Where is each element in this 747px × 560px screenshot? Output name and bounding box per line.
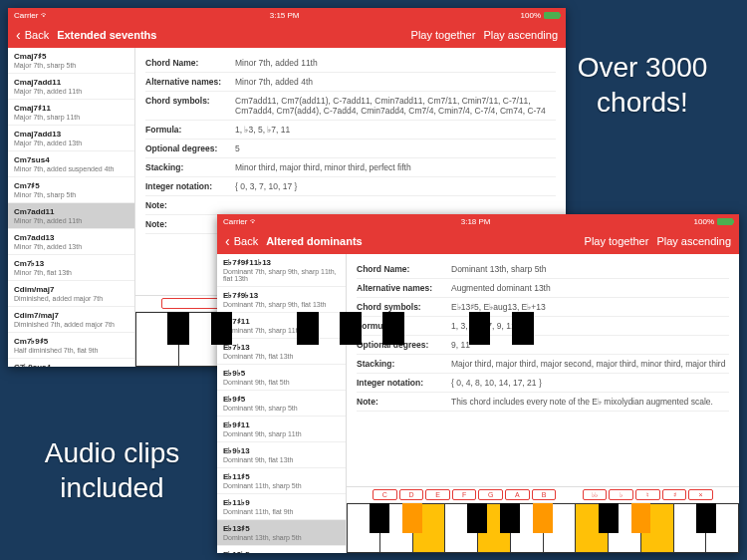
back-button[interactable]: ‹Back [16, 28, 49, 42]
detail-value: 9, 11 [451, 340, 729, 350]
list-item[interactable]: Cm7♭9♯5Half diminished 7th, flat 9th [8, 333, 134, 359]
detail-value: Cm7add11, Cm7(add11), C-7add11, Cmin7add… [235, 96, 556, 116]
chord-desc: Minor 7th, added 11th [14, 217, 128, 224]
list-item[interactable]: Cmaj7♯11Major 7th, sharp 11th [8, 100, 134, 126]
note-button[interactable]: D [399, 489, 424, 500]
note-button[interactable]: B [532, 489, 557, 500]
chord-symbol: E♭7♯9♯11♭13 [223, 258, 340, 267]
black-key[interactable] [297, 312, 319, 345]
list-item[interactable]: E♭9♯11Dominant 9th, sharp 11th [217, 417, 346, 442]
note-button[interactable]: ♭♭ [583, 489, 608, 500]
battery-icon [717, 218, 733, 225]
chord-symbol: Cm7add13 [14, 233, 128, 242]
back-label: Back [25, 29, 49, 41]
black-key[interactable] [599, 503, 619, 533]
black-key[interactable] [500, 503, 520, 533]
detail-value: 1, 3, ♯5, ♭7, 9, 11, 13 [451, 321, 729, 331]
list-item[interactable]: E♭7♯11Dominant 7th, sharp 11th [217, 313, 346, 339]
chord-symbol: E♭7♯11 [223, 317, 340, 326]
chord-symbol: Cmaj7♯11 [14, 104, 128, 113]
black-key[interactable] [370, 503, 389, 533]
list-item[interactable]: E♭11♭9Dominant 11th, flat 9th [217, 494, 346, 520]
list-item[interactable]: Cm7♯5Minor 7th, sharp 5th [8, 177, 134, 203]
battery-icon [544, 12, 560, 19]
black-key[interactable] [467, 503, 487, 533]
detail-key: Formula: [145, 125, 235, 135]
back-button[interactable]: ‹Back [225, 234, 258, 248]
chord-symbol: C7♭9sus4 [14, 363, 128, 367]
chord-symbol: E♭11♭9 [223, 498, 340, 507]
detail-key: Alternative names: [357, 283, 451, 293]
chevron-left-icon: ‹ [225, 234, 230, 248]
play-ascending-button[interactable]: Play ascending [483, 29, 558, 41]
black-key[interactable] [533, 503, 553, 533]
list-item[interactable]: Cm7sus4Minor 7th, added suspended 4th [8, 151, 134, 177]
list-item[interactable]: Cm7add11Minor 7th, added 11th [8, 203, 134, 229]
note-button[interactable]: ♭ [609, 489, 633, 500]
chord-desc: Dominant 7th, flat 13th [223, 353, 340, 360]
detail-row: Stacking:Minor third, major third, minor… [145, 158, 556, 177]
detail-key: Chord symbols: [357, 302, 451, 312]
chord-desc: Major 7th, sharp 11th [14, 114, 128, 121]
list-item[interactable]: E♭7♭13Dominant 7th, flat 13th [217, 339, 346, 365]
note-button [558, 489, 581, 500]
black-key[interactable] [340, 312, 362, 345]
list-item[interactable]: Cmaj7add13Major 7th, added 13th [8, 126, 134, 151]
black-key[interactable] [469, 312, 491, 345]
list-item[interactable]: C7♭9sus4Suspended dominant 7th, flat 9th [8, 359, 134, 367]
chord-desc: Minor 7th, flat 13th [14, 269, 128, 276]
list-item[interactable]: E♭13♯5Dominant 13th, sharp 5th [217, 520, 346, 546]
list-item[interactable]: E♭9♯5Dominant 9th, sharp 5th [217, 391, 346, 417]
black-key[interactable] [167, 312, 189, 345]
detail-value: Minor 7th, added 11th [235, 58, 556, 68]
note-button[interactable]: A [505, 489, 530, 500]
black-key[interactable] [512, 312, 534, 345]
list-item[interactable]: E♭9♭5Dominant 9th, flat 5th [217, 365, 346, 391]
clock-label: 3:18 PM [461, 217, 491, 226]
detail-value: 5 [235, 143, 556, 153]
chord-symbol: E♭9♯5 [223, 395, 340, 404]
note-button[interactable]: E [425, 489, 450, 500]
chord-list[interactable]: E♭7♯9♯11♭13Dominant 7th, sharp 9th, shar… [217, 254, 347, 553]
note-button[interactable]: G [478, 489, 503, 500]
chord-symbol: E♭9♯11 [223, 420, 340, 429]
back-label: Back [234, 235, 258, 247]
list-item[interactable]: E♭13♭5Dominant 13th, flat 5th [217, 546, 346, 553]
chord-desc: Major 7th, sharp 5th [14, 62, 128, 69]
note-button[interactable]: ♯ [662, 489, 687, 500]
list-item[interactable]: Cm7♭13Minor 7th, flat 13th [8, 255, 134, 281]
detail-key: Integer notation: [357, 378, 451, 388]
chord-list[interactable]: Cmaj7♯5Major 7th, sharp 5thCmaj7add11Maj… [8, 48, 135, 367]
chord-symbol: Cdim7/maj7 [14, 311, 128, 320]
note-button[interactable]: F [452, 489, 477, 500]
detail-key: Optional degrees: [145, 143, 235, 153]
play-together-button[interactable]: Play together [585, 235, 649, 247]
note-button[interactable]: × [688, 489, 713, 500]
black-key[interactable] [382, 312, 404, 345]
list-item[interactable]: Cdim7/maj7Diminished 7th, added major 7t… [8, 307, 134, 333]
play-together-button[interactable]: Play together [411, 29, 476, 41]
list-item[interactable]: E♭11♯5Dominant 11th, sharp 5th [217, 468, 346, 494]
note-button[interactable]: ♮ [635, 489, 660, 500]
chord-desc: Dominant 7th, sharp 9th, sharp 11th, fla… [223, 268, 340, 282]
list-item[interactable]: E♭9♭13Dominant 9th, flat 13th [217, 442, 346, 468]
black-key[interactable] [402, 503, 422, 533]
chord-desc: Diminished 7th, added major 7th [14, 321, 128, 328]
list-item[interactable]: Cdim/maj7Diminished, added major 7th [8, 281, 134, 307]
detail-key: Note: [357, 397, 451, 407]
list-item[interactable]: E♭7♯9♯11♭13Dominant 7th, sharp 9th, shar… [217, 254, 346, 287]
page-title: Altered dominants [266, 235, 363, 247]
promo-bottom-left: Audio clips included [25, 435, 199, 505]
chord-symbol: Cm7add11 [14, 207, 128, 216]
play-ascending-button[interactable]: Play ascending [656, 235, 731, 247]
list-item[interactable]: Cmaj7add11Major 7th, added 11th [8, 74, 134, 100]
black-key[interactable] [696, 503, 716, 533]
list-item[interactable]: E♭7♯9♭13Dominant 7th, sharp 9th, flat 13… [217, 287, 346, 313]
black-key[interactable] [211, 312, 233, 345]
black-key[interactable] [631, 503, 651, 533]
list-item[interactable]: Cm7add13Minor 7th, added 13th [8, 229, 134, 255]
list-item[interactable]: Cmaj7♯5Major 7th, sharp 5th [8, 48, 134, 74]
piano-keyboard[interactable] [347, 503, 739, 553]
note-button[interactable]: C [373, 489, 397, 500]
chord-symbol: Cmaj7add11 [14, 78, 128, 87]
